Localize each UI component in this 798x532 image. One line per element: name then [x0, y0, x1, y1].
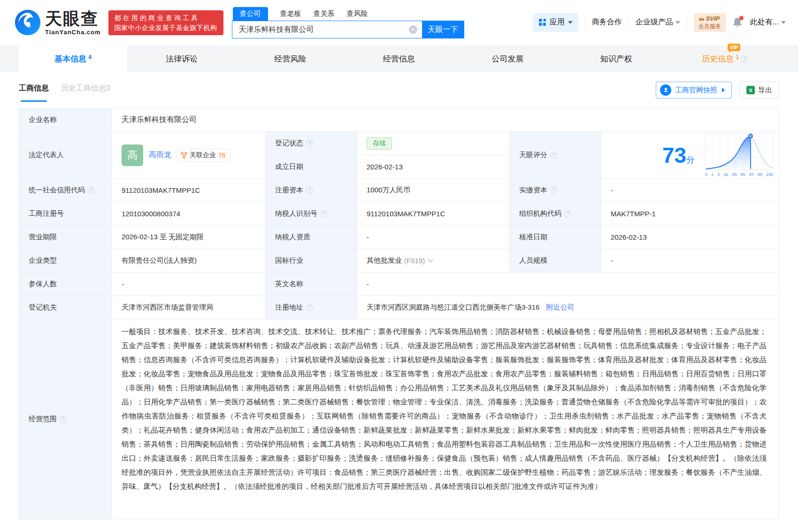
- field-label-taxpayer-quality: 纳税人资质: [266, 226, 357, 249]
- score-distribution-chart: 0131550859799100: [705, 133, 773, 177]
- label-text: 法定代表人: [29, 151, 64, 160]
- svip-membership-button[interactable]: SVIP 会员服务: [694, 13, 726, 32]
- enterprise-products-label: 企业级产品: [636, 17, 673, 27]
- industry-name: 其他批发业: [367, 256, 402, 265]
- logo-brand-text: 天眼查: [45, 10, 101, 27]
- tyc-score-cell[interactable]: 73分: [601, 132, 779, 179]
- legal-rep-avatar[interactable]: 高: [122, 144, 143, 166]
- help-icon[interactable]: [564, 210, 571, 217]
- field-label-est-date: 成立日期: [266, 155, 357, 179]
- legal-rep-name-link[interactable]: 高雨龙: [149, 150, 171, 160]
- label-text: 参保人数: [29, 280, 57, 289]
- related-companies-badge[interactable]: 关联企业 78: [176, 149, 230, 162]
- label-text: 组织机构代码: [519, 209, 561, 218]
- chevron-down-icon[interactable]: [428, 257, 433, 262]
- field-value-company-type: 有限责任公司(法人独资): [112, 249, 266, 273]
- field-value-uscc: 91120103MAK7TMPP1C: [112, 179, 266, 202]
- value-text: MAK7TMPP-1: [611, 210, 656, 218]
- value-text: -: [367, 280, 369, 288]
- field-value-industry[interactable]: 其他批发业 (F519): [357, 249, 510, 273]
- search-input[interactable]: [239, 25, 409, 34]
- label-text: 纳税人资质: [275, 233, 310, 242]
- label-text: 营业期限: [29, 233, 57, 242]
- field-value-company-name: 天津乐鲜科技有限公司: [112, 108, 779, 132]
- help-icon[interactable]: [320, 210, 327, 217]
- field-value-reg-number: 120103000800374: [112, 202, 266, 226]
- help-icon[interactable]: [306, 140, 313, 147]
- label-text: 登记状态: [275, 139, 303, 148]
- apps-menu-button[interactable]: 应用: [533, 13, 578, 32]
- tab-history-info[interactable]: VIP 历史信息 1: [671, 45, 779, 72]
- business-info-table: 企业名称 天津乐鲜科技有限公司 法定代表人 高 高雨龙 关联企业 78 登记状态…: [19, 108, 779, 519]
- enterprise-products-link[interactable]: 企业级产品: [636, 17, 680, 27]
- tab-intellectual-property[interactable]: 知识产权: [562, 45, 670, 72]
- label-text: 核准日期: [519, 233, 547, 242]
- help-icon[interactable]: [550, 187, 557, 194]
- field-value-est-date: 2026-02-13: [357, 155, 510, 179]
- divider: [585, 18, 585, 27]
- help-icon[interactable]: [88, 187, 95, 194]
- page-header: 天眼查 TianYanCha.com 都在用的商业查询工具 国家中小企业发展子基…: [0, 0, 798, 45]
- divider: [687, 18, 687, 27]
- crown-icon: [698, 16, 705, 21]
- notification-bell-icon[interactable]: [732, 17, 744, 28]
- subtab-business-info[interactable]: 工商信息: [19, 79, 49, 102]
- tab-basic-info[interactable]: 基本信息 4: [19, 45, 127, 72]
- value-text: 1000万人民币: [367, 186, 410, 195]
- field-label-paid-capital: 实缴资本: [510, 179, 601, 202]
- search-tab-boss[interactable]: 查老板: [280, 7, 301, 21]
- field-value-reg-authority: 天津市河西区市场监督管理局: [112, 296, 266, 319]
- excel-icon: x: [746, 86, 755, 94]
- help-icon[interactable]: [306, 187, 313, 194]
- help-icon[interactable]: [550, 152, 557, 159]
- field-label-staff-size: 人员规模: [510, 249, 601, 273]
- snapshot-label: 工商官网快照: [675, 86, 717, 95]
- field-value-business-term: 2026-02-13 至 无固定期限: [112, 226, 266, 249]
- label-text: 人员规模: [519, 256, 547, 265]
- value-text: 91120103MAK7TMPP1C: [367, 210, 445, 218]
- search-tab-risk[interactable]: 查风险: [347, 7, 368, 21]
- business-cooperation-link[interactable]: 商务合作: [592, 17, 622, 27]
- clear-search-icon[interactable]: ×: [409, 25, 417, 34]
- value-text: 2026-02-13 至 无固定期限: [122, 233, 204, 242]
- field-label-company-type: 企业类型: [19, 249, 112, 273]
- search-tab-relation[interactable]: 查关系: [314, 7, 335, 21]
- nearby-companies-link[interactable]: 附近公司: [546, 303, 574, 312]
- value-text: -: [367, 233, 369, 241]
- tab-label: 经营信息: [383, 53, 415, 64]
- tab-operation-risk[interactable]: 经营风险: [236, 45, 345, 72]
- search-area: 查公司 查老板 查关系 查风险 × 天眼一下: [232, 7, 464, 38]
- field-value-taxpayer-quality: -: [357, 226, 510, 249]
- official-snapshot-button[interactable]: 工商官网快照: [656, 82, 732, 99]
- tab-label: 历史信息: [702, 53, 734, 64]
- help-icon[interactable]: [60, 416, 67, 423]
- subtab-history-business-info[interactable]: 历史工商信息0: [61, 79, 110, 102]
- label-text: 注册地址: [275, 303, 303, 312]
- tab-label: 经营风险: [275, 53, 307, 64]
- tab-legal-litigation[interactable]: 法律诉讼: [127, 45, 236, 72]
- user-menu[interactable]: 此处有...: [750, 17, 786, 27]
- field-label-reg-number: 工商注册号: [19, 202, 112, 226]
- status-badge: 存续: [367, 137, 392, 150]
- tab-company-development[interactable]: 公司发展: [453, 45, 562, 72]
- field-label-taxpayer-id: 纳税人识别号: [266, 202, 357, 226]
- field-label-reg-capital: 注册资本: [266, 179, 357, 202]
- field-label-reg-status: 登记状态: [266, 132, 357, 155]
- search-tab-company[interactable]: 查公司: [233, 7, 268, 21]
- tab-operation-info[interactable]: 经营信息: [345, 45, 453, 72]
- score-unit: 分: [686, 155, 695, 165]
- score-value: 73: [662, 143, 686, 167]
- svip-label: SVIP: [706, 15, 720, 23]
- chevron-down-icon: [781, 21, 786, 24]
- notification-dot: [739, 16, 744, 20]
- field-value-paid-capital: -: [601, 179, 779, 202]
- field-label-business-scope: 经营范围: [19, 319, 112, 519]
- field-label-tyc-score: 天眼评分: [510, 132, 601, 179]
- help-icon[interactable]: [306, 304, 313, 311]
- export-button[interactable]: x 导出: [739, 82, 779, 99]
- help-icon[interactable]: [741, 55, 748, 62]
- search-button[interactable]: 天眼一下: [422, 21, 464, 38]
- tianyancha-logo[interactable]: 天眼查 TianYanCha.com: [14, 9, 101, 36]
- main-tabbar: 基本信息 4 法律诉讼 经营风险 经营信息 公司发展 知识产权 VIP 历史信息…: [0, 45, 798, 72]
- svip-sub-label: 会员服务: [698, 23, 721, 30]
